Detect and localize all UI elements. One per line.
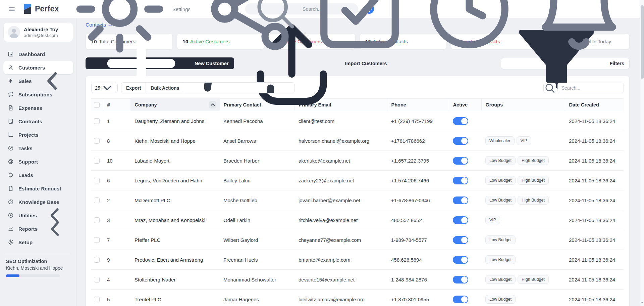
settings-button[interactable]: Settings bbox=[69, 0, 191, 59]
row-checkbox[interactable] bbox=[94, 237, 100, 243]
refresh-button[interactable] bbox=[184, 83, 294, 93]
primary-email-cell: cheyanne77@example.com bbox=[294, 230, 387, 250]
primary-contact-cell: Ansel Barrows bbox=[219, 131, 294, 151]
sidebar-item[interactable]: Contracts bbox=[3, 115, 73, 128]
row-checkbox[interactable] bbox=[94, 118, 100, 124]
subscriptions-icon bbox=[8, 91, 14, 97]
todo-button[interactable]: 3 bbox=[309, 0, 410, 59]
company-link[interactable]: Daugherty, Ziemann and Johns bbox=[130, 111, 219, 131]
sidebar-item[interactable]: Support bbox=[3, 155, 73, 168]
groups-cell: Low BudgetHigh Budget bbox=[481, 151, 565, 171]
bulk-actions-button[interactable]: Bulk Actions bbox=[146, 83, 184, 93]
row-checkbox[interactable] bbox=[94, 178, 100, 183]
active-toggle[interactable] bbox=[453, 117, 468, 125]
active-toggle[interactable] bbox=[453, 256, 468, 264]
active-toggle[interactable] bbox=[453, 276, 468, 283]
sidebar-item[interactable]: Leads bbox=[3, 168, 73, 182]
groups-cell: Low Budget bbox=[481, 250, 565, 270]
row-checkbox[interactable] bbox=[94, 297, 100, 302]
active-toggle[interactable] bbox=[453, 196, 468, 204]
timesheet-button[interactable] bbox=[419, 0, 520, 59]
table-search-button[interactable] bbox=[543, 83, 556, 93]
row-number: 3 bbox=[103, 210, 130, 230]
company-link[interactable]: Predovic, Ebert and Armstrong bbox=[130, 250, 219, 270]
primary-contact-cell: Freeman Huels bbox=[219, 250, 294, 270]
group-badge: VIP bbox=[517, 136, 531, 145]
page-length-select[interactable]: 25 bbox=[91, 83, 118, 93]
project-widget[interactable]: SEO Optimization Kiehn, Mosciski and Hop… bbox=[3, 257, 73, 278]
user-card[interactable]: Alexandre Toy admin@test.com bbox=[3, 22, 73, 42]
group-badge: Low Budget bbox=[485, 196, 516, 205]
sidebar-item[interactable]: Estimate Request bbox=[3, 182, 73, 195]
sidebar-item[interactable]: Reports bbox=[3, 222, 73, 235]
primary-email-cell: zackery23@example.net bbox=[294, 171, 387, 190]
sidebar-item[interactable]: Dashboard bbox=[3, 47, 73, 61]
row-checkbox[interactable] bbox=[94, 158, 100, 164]
company-link[interactable]: Mraz, Monahan and Konopelski bbox=[130, 210, 219, 230]
company-link[interactable]: Labadie-Mayert bbox=[130, 151, 219, 171]
column-header-active[interactable]: Active bbox=[449, 99, 481, 111]
date-created-cell: 2024-11-05 18:36:24 bbox=[565, 151, 624, 171]
export-button[interactable]: Export bbox=[121, 83, 146, 93]
row-checkbox[interactable] bbox=[94, 138, 100, 144]
row-checkbox[interactable] bbox=[94, 257, 100, 263]
active-toggle[interactable] bbox=[453, 216, 468, 224]
column-header-phone[interactable]: Phone bbox=[387, 99, 449, 111]
settings-label: Settings bbox=[172, 6, 191, 12]
group-badge: Low Budget bbox=[485, 235, 516, 244]
date-created-cell: 2024-11-05 18:36:24 bbox=[565, 131, 624, 151]
group-badge: Low Budget bbox=[485, 176, 516, 185]
primary-email-cell: ritchie.velva@example.net bbox=[294, 210, 387, 230]
table-row: 4 Stoltenberg-Nader Mohammad Schowalter … bbox=[91, 270, 624, 290]
row-checkbox[interactable] bbox=[94, 198, 100, 203]
company-link[interactable]: Kiehn, Mosciski and Hoppe bbox=[130, 131, 219, 151]
group-badge: Low Budget bbox=[485, 255, 516, 264]
active-toggle[interactable] bbox=[453, 157, 468, 165]
sidebar-item[interactable]: Projects bbox=[3, 128, 73, 141]
primary-contact-cell: Braeden Harber bbox=[219, 151, 294, 171]
row-checkbox[interactable] bbox=[94, 217, 100, 223]
phone-cell: 480.557.8652 bbox=[387, 210, 449, 230]
company-link[interactable]: Legros, VonRueden and Hahn bbox=[130, 171, 219, 190]
project-widget-title: SEO Optimization bbox=[6, 259, 70, 264]
notifications-button[interactable] bbox=[529, 0, 629, 59]
phone-cell: 1-989-784-5577 bbox=[387, 230, 449, 250]
company-link[interactable]: McDermott PLC bbox=[130, 190, 219, 210]
company-link[interactable]: Pfeffer PLC bbox=[130, 230, 219, 250]
row-checkbox[interactable] bbox=[94, 277, 100, 282]
primary-email-cell: devante15@example.net bbox=[294, 270, 387, 290]
groups-cell: VIP bbox=[481, 210, 565, 230]
topbar-right: Settings 3 bbox=[69, 0, 629, 18]
table-row: 1 Daugherty, Ziemann and Johns Kennedi P… bbox=[91, 111, 624, 131]
date-created-cell: 2024-11-05 18:36:24 bbox=[565, 270, 624, 290]
column-header-company[interactable]: Company bbox=[130, 99, 219, 111]
active-toggle[interactable] bbox=[453, 236, 468, 244]
row-number: 5 bbox=[103, 290, 130, 306]
share-button[interactable] bbox=[200, 0, 300, 59]
primary-contact-cell: Moshe Gottlieb bbox=[219, 190, 294, 210]
table-row: 7 Pfeffer PLC Wilbert Gaylord cheyanne77… bbox=[91, 230, 624, 250]
logo[interactable]: Perfex bbox=[23, 4, 59, 14]
menu-icon[interactable] bbox=[8, 5, 15, 13]
setup-icon bbox=[8, 239, 14, 245]
scrollbar-thumb[interactable] bbox=[641, 5, 644, 79]
phone-cell: +1 (229) 475-7199 bbox=[387, 111, 449, 131]
table-search-input[interactable] bbox=[557, 83, 624, 93]
company-link[interactable]: Stoltenberg-Nader bbox=[130, 270, 219, 290]
row-number: 2 bbox=[103, 190, 130, 210]
table-row: 8 Kiehn, Mosciski and Hoppe Ansel Barrow… bbox=[91, 131, 624, 151]
sidebar-item[interactable]: Tasks bbox=[3, 141, 73, 155]
table-row: 2 McDermott PLC Moshe Gottlieb jovani.ha… bbox=[91, 190, 624, 210]
company-link[interactable]: Treutel PLC bbox=[130, 290, 219, 306]
sidebar: Alexandre Toy admin@test.com Dashboard C… bbox=[0, 18, 77, 306]
table-controls: 25 Export Bulk Actions bbox=[91, 82, 624, 93]
sidebar-item[interactable]: Expenses bbox=[3, 101, 73, 115]
groups-cell bbox=[481, 111, 565, 131]
active-toggle[interactable] bbox=[453, 296, 468, 303]
sort-ascending-button[interactable] bbox=[209, 101, 216, 108]
active-toggle[interactable] bbox=[453, 177, 468, 184]
sidebar-item[interactable]: Sales bbox=[3, 74, 73, 88]
row-number: 8 bbox=[103, 131, 130, 151]
clock-icon bbox=[419, 0, 520, 59]
active-toggle[interactable] bbox=[453, 137, 468, 145]
